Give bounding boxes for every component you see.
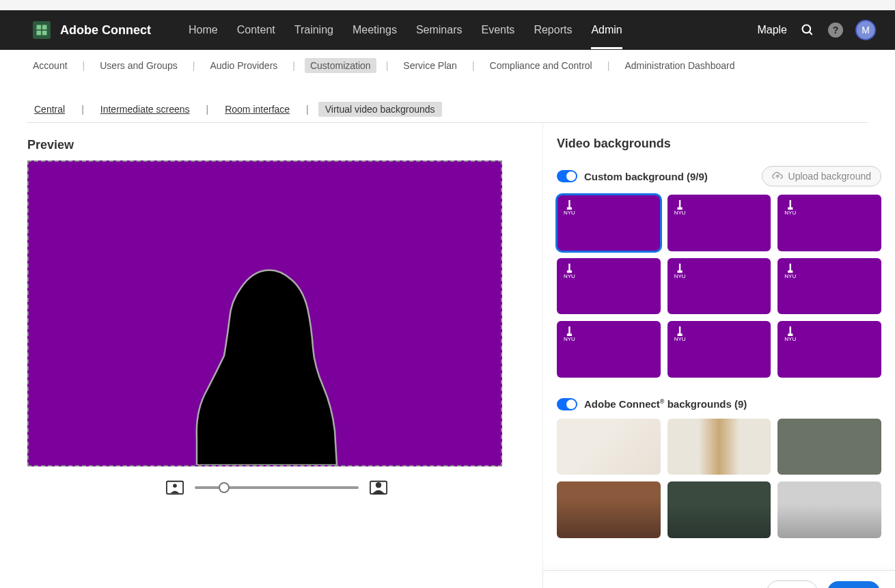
top-navigation: Adobe Connect HomeContentTrainingMeeting…	[0, 10, 895, 50]
nyu-logo-icon: NYU	[674, 200, 686, 216]
svg-line-5	[810, 32, 812, 35]
custom-section-header: Custom background (9/9) Upload backgroun…	[557, 166, 881, 186]
search-icon[interactable]	[799, 22, 816, 38]
svg-rect-0	[37, 25, 42, 30]
tab-central[interactable]: Central	[27, 102, 72, 117]
user-avatar[interactable]: M	[855, 20, 876, 40]
preview-canvas	[27, 160, 502, 466]
tab-separator: |	[81, 104, 84, 115]
nyu-logo-icon: NYU	[784, 200, 796, 216]
help-icon[interactable]: ?	[828, 23, 843, 38]
preview-title: Preview	[27, 138, 526, 152]
custom-background-tile[interactable]: NYU	[777, 258, 881, 315]
subnav-users-and-groups[interactable]: Users and Groups	[94, 58, 183, 73]
tab-separator: |	[306, 104, 309, 115]
subnav-customization[interactable]: Customization	[305, 58, 376, 73]
nav-separator: |	[83, 60, 85, 71]
nav-seminars[interactable]: Seminars	[416, 12, 463, 48]
custom-background-tile[interactable]: NYU	[777, 195, 881, 251]
nav-separator: |	[607, 60, 610, 71]
custom-background-tile[interactable]: NYU	[777, 321, 881, 378]
svg-rect-3	[42, 31, 47, 36]
logo-area: Adobe Connect	[33, 21, 151, 39]
adobe-background-tile[interactable]	[557, 481, 661, 538]
subnav-audio-providers[interactable]: Audio Providers	[204, 58, 283, 73]
upload-label: Upload background	[788, 171, 871, 182]
admin-sub-nav: Account|Users and Groups|Audio Providers…	[0, 50, 895, 81]
backgrounds-title: Video backgrounds	[557, 137, 881, 151]
nav-separator: |	[472, 60, 475, 71]
zoom-slider[interactable]	[195, 486, 359, 489]
nyu-logo-icon: NYU	[784, 326, 796, 342]
adobe-backgrounds-label: Adobe Connect® backgrounds (9)	[584, 398, 881, 410]
nyu-logo-icon: NYU	[564, 200, 575, 216]
svg-rect-2	[37, 31, 42, 36]
nav-content[interactable]: Content	[237, 12, 275, 48]
username-label[interactable]: Maple	[757, 24, 787, 36]
main-nav: HomeContentTrainingMeetingsSeminarsEvent…	[189, 12, 757, 48]
tab-room-interface[interactable]: Room interface	[218, 102, 297, 117]
custom-backgrounds-label: Custom background (9/9)	[584, 171, 755, 182]
subnav-administration-dashboard[interactable]: Administration Dashboard	[619, 58, 740, 73]
save-button[interactable]: Save	[827, 581, 880, 588]
silhouette-placeholder	[142, 219, 388, 465]
clear-button[interactable]: Clear	[767, 580, 818, 588]
custom-background-tile[interactable]: NYU	[667, 258, 771, 315]
main-content: Preview Video backgrounds Custom backgr	[0, 123, 895, 588]
nav-training[interactable]: Training	[294, 12, 333, 48]
custom-background-tile[interactable]: NYU	[557, 258, 661, 315]
nav-meetings[interactable]: Meetings	[353, 12, 397, 48]
app-logo-icon	[33, 21, 51, 39]
top-right-controls: Maple ? M	[757, 20, 876, 40]
nav-home[interactable]: Home	[189, 12, 218, 48]
svg-point-7	[173, 484, 177, 488]
adobe-background-tile[interactable]	[667, 481, 771, 538]
zoom-slider-thumb[interactable]	[219, 482, 230, 493]
custom-background-tile[interactable]: NYU	[557, 195, 661, 251]
nav-events[interactable]: Events	[481, 12, 514, 48]
customization-tabs: Central|Intermediate screens|Room interf…	[27, 102, 868, 117]
svg-point-9	[376, 482, 381, 488]
adobe-backgrounds-toggle[interactable]	[557, 398, 577, 410]
custom-backgrounds-grid: NYUNYUNYUNYUNYUNYUNYUNYUNYU	[557, 195, 881, 378]
nav-separator: |	[193, 60, 195, 71]
nav-separator: |	[386, 60, 389, 71]
nav-separator: |	[292, 60, 295, 71]
cloud-upload-icon	[772, 171, 783, 181]
app-name: Adobe Connect	[60, 23, 151, 38]
adobe-background-tile[interactable]	[667, 419, 771, 475]
svg-point-4	[803, 25, 811, 33]
nav-admin[interactable]: Admin	[591, 12, 622, 48]
nyu-logo-icon: NYU	[784, 264, 796, 279]
tab-virtual-video-backgrounds[interactable]: Virtual video backgrounds	[318, 102, 442, 117]
nyu-logo-icon: NYU	[674, 326, 686, 342]
adobe-backgrounds-grid	[557, 419, 881, 538]
svg-rect-1	[42, 25, 47, 30]
custom-background-tile[interactable]: NYU	[667, 195, 771, 251]
customization-tabs-area: Central|Intermediate screens|Room interf…	[0, 81, 895, 123]
upload-background-button[interactable]: Upload background	[762, 166, 881, 186]
subnav-service-plan[interactable]: Service Plan	[398, 58, 463, 73]
subnav-compliance-and-control[interactable]: Compliance and Control	[484, 58, 598, 73]
zoom-slider-row	[27, 480, 526, 495]
zoom-out-icon	[166, 480, 184, 495]
nyu-logo-icon: NYU	[674, 264, 686, 279]
nav-reports[interactable]: Reports	[534, 12, 572, 48]
adobe-background-tile[interactable]	[777, 419, 881, 475]
nyu-logo-icon: NYU	[564, 264, 575, 279]
tab-intermediate-screens[interactable]: Intermediate screens	[94, 102, 197, 117]
adobe-section-header: Adobe Connect® backgrounds (9)	[557, 398, 881, 410]
nyu-logo-icon: NYU	[564, 326, 575, 342]
tab-separator: |	[206, 104, 209, 115]
adobe-background-tile[interactable]	[777, 481, 881, 538]
panel-footer: Reset to defaults Clear Save	[543, 570, 895, 588]
adobe-background-tile[interactable]	[557, 419, 661, 475]
zoom-in-icon	[370, 480, 387, 495]
preview-column: Preview	[0, 123, 543, 588]
custom-background-tile[interactable]: NYU	[557, 321, 661, 378]
backgrounds-panel: Video backgrounds Custom background (9/9…	[543, 123, 895, 588]
custom-backgrounds-toggle[interactable]	[557, 170, 577, 182]
custom-background-tile[interactable]: NYU	[667, 321, 771, 378]
subnav-account[interactable]: Account	[27, 58, 73, 73]
